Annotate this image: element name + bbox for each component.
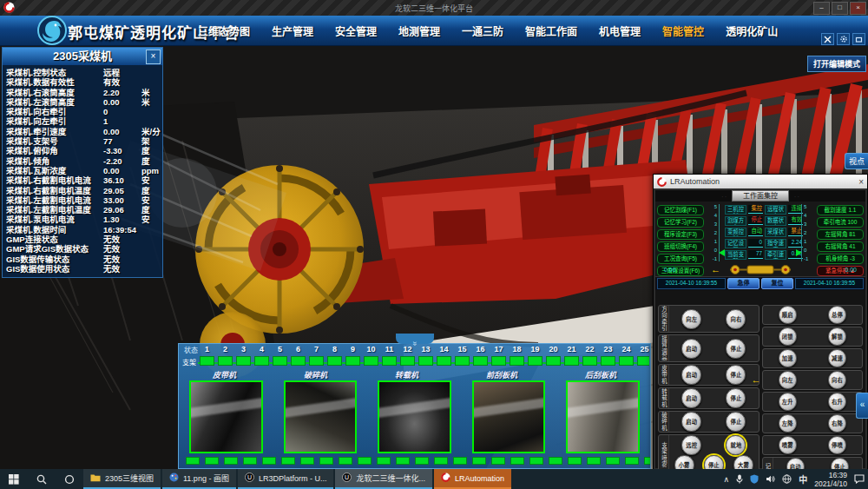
right-button-解锁[interactable]: 解锁: [828, 327, 846, 346]
minimize-button[interactable]: –: [813, 2, 830, 15]
shearer-data-rows: 采煤机.控制状态远程采煤机.数据有效性有效采煤机.右滚筒高度2.20米采煤机.左…: [3, 65, 162, 277]
lrautomation-titlebar[interactable]: LRAutomation ×: [654, 175, 867, 188]
right-button-停喷[interactable]: 停喷: [828, 436, 846, 454]
left-button-启动[interactable]: 启动: [681, 388, 701, 408]
left-button-向右[interactable]: 向右: [726, 309, 746, 329]
right-button-喷雾[interactable]: 喷雾: [779, 436, 797, 454]
nav-item-1[interactable]: 三维态势图: [198, 23, 250, 38]
lrautomation-close-icon[interactable]: ×: [858, 177, 864, 187]
data-row: 采煤机.数据时间16:39:54: [6, 225, 159, 235]
taskbar-item-4[interactable]: U龙软二三维一体化...: [335, 469, 432, 489]
nav-item-6[interactable]: 智能工作面: [525, 23, 577, 38]
left-button-停止[interactable]: 停止: [726, 365, 746, 385]
support-status-square: [382, 356, 397, 366]
taskbar-item-2[interactable]: 11.png - 画图: [162, 469, 236, 489]
maximize-button[interactable]: □: [832, 2, 848, 15]
edit-mode-button[interactable]: 打开编辑模式: [807, 56, 866, 72]
action-center-icon[interactable]: [854, 474, 865, 484]
network-globe-icon[interactable]: [782, 474, 792, 484]
left-button-停止[interactable]: 停止: [726, 388, 746, 408]
speaker-icon[interactable]: [766, 474, 775, 484]
taskbar-item-1[interactable]: 2305三维视图: [83, 469, 161, 489]
left-button-远控[interactable]: 远控: [681, 435, 701, 455]
right-button-减速[interactable]: 减速: [828, 349, 846, 367]
hidden-icons-caret[interactable]: ∧: [724, 475, 730, 484]
data-row-value: 有效: [103, 77, 141, 87]
shearer-panel-close-icon[interactable]: ×: [146, 50, 161, 64]
tools-icon[interactable]: [821, 33, 834, 45]
camera-thumbnail-4[interactable]: [472, 380, 546, 453]
defender-shield-icon[interactable]: [750, 474, 759, 484]
left-button-启动[interactable]: 启动: [681, 339, 701, 359]
function-button-right-5[interactable]: 机身倾角 -3: [817, 254, 864, 264]
camera-thumbnail-1[interactable]: [189, 380, 263, 453]
cortana-icon[interactable]: [56, 469, 83, 489]
camera-thumbnail-2[interactable]: [284, 380, 358, 453]
panel-collapse-chevron-icon[interactable]: »: [396, 334, 434, 344]
lrautomation-body: · · 工作面集控 · · 记忆割煤(F1)记忆学习(F2)程序设定(F3)班组…: [654, 188, 867, 470]
lra-logo-icon: [657, 177, 667, 187]
function-button-right-2[interactable]: 牵引电流 100: [817, 217, 864, 228]
data-row-label: 采煤机.右滚筒高度: [6, 88, 103, 97]
nav-item-8[interactable]: 智能管控: [662, 23, 704, 38]
start-button[interactable]: [0, 469, 28, 489]
camera-thumbnail-3[interactable]: [378, 380, 451, 453]
right-button-左降[interactable]: 左降: [779, 414, 797, 433]
ime-indicator[interactable]: 中: [799, 472, 807, 486]
estop-button[interactable]: 急停: [727, 278, 760, 289]
tray-date: 2021/4/10: [814, 479, 847, 488]
left-button-停止[interactable]: 停止: [726, 339, 746, 359]
right-button-总停[interactable]: 总停: [828, 306, 846, 324]
function-button-right-4[interactable]: 右摇臂角 41: [817, 241, 864, 252]
nav-item-4[interactable]: 地测管理: [398, 23, 440, 38]
side-collapse-tab[interactable]: «: [856, 393, 868, 419]
right-button-顺启[interactable]: 顺启: [779, 306, 797, 324]
usb-icon[interactable]: [736, 474, 743, 484]
taskbar-item-3[interactable]: ULR3DPlatform - U...: [238, 469, 334, 489]
right-button-右降[interactable]: 右降: [828, 414, 846, 433]
right-button-右升[interactable]: 右升: [828, 393, 846, 411]
reset-button[interactable]: 复位: [761, 278, 793, 289]
nav-item-7[interactable]: 机电管理: [599, 23, 641, 38]
taskbar-item-5[interactable]: LRAutomation: [434, 469, 511, 489]
function-button-right-1[interactable]: 截割速度 1.1: [817, 205, 864, 215]
status-dash: [587, 457, 601, 465]
right-button-左升[interactable]: 左升: [779, 393, 797, 411]
right-button-向左[interactable]: 向左: [779, 371, 797, 389]
function-button-left-1[interactable]: 记忆割煤(F1): [657, 205, 704, 215]
nav-item-5[interactable]: 一通三防: [462, 23, 503, 38]
status-dash: [510, 457, 524, 465]
left-button-启动[interactable]: 启动: [681, 365, 701, 385]
function-button-right-3[interactable]: 左摇臂角 81: [817, 229, 864, 240]
function-button-left-3[interactable]: 程序设定(F3): [657, 229, 704, 240]
close-button[interactable]: ×: [850, 2, 866, 15]
left-button-向左[interactable]: 向左: [681, 309, 701, 329]
left-button-启动[interactable]: 启动: [681, 412, 701, 432]
right-button-加速[interactable]: 加速: [779, 349, 797, 367]
right-button-向右[interactable]: 向右: [828, 371, 846, 389]
search-icon[interactable]: [28, 469, 56, 489]
support-number: 19: [526, 344, 544, 355]
function-button-left-4[interactable]: 班组切换(F4): [657, 241, 704, 252]
left-button-就地[interactable]: 就地: [726, 435, 746, 455]
data-row-value: 0.00: [103, 97, 141, 107]
right-button-闭锁[interactable]: 闭锁: [779, 327, 797, 346]
data-row-unit: 米: [141, 88, 159, 97]
shrink-icon[interactable]: [852, 33, 865, 45]
support-status-square: [546, 356, 561, 366]
support-cell-15: 15: [453, 344, 471, 366]
function-button-left-5[interactable]: 工况查询(F5): [657, 254, 704, 264]
nav-item-9[interactable]: 透明化矿山: [726, 23, 778, 38]
tab-workface-control[interactable]: 工作面集控: [732, 190, 789, 202]
gear-icon[interactable]: [837, 33, 850, 45]
data-row-unit: 度: [141, 146, 159, 155]
nav-item-3[interactable]: 安全管理: [335, 23, 377, 38]
function-button-left-2[interactable]: 记忆学习(F2): [657, 217, 704, 228]
status-value: 停止: [748, 216, 763, 225]
camera-thumbnail-5[interactable]: [566, 380, 640, 453]
viewpoint-tab[interactable]: 视点: [845, 153, 868, 169]
left-button-停止[interactable]: 停止: [726, 412, 746, 432]
taskbar-clock[interactable]: 16:39 2021/4/10: [814, 471, 847, 488]
nav-item-2[interactable]: 生产管理: [272, 23, 313, 38]
support-cell-1: 1: [198, 344, 216, 366]
